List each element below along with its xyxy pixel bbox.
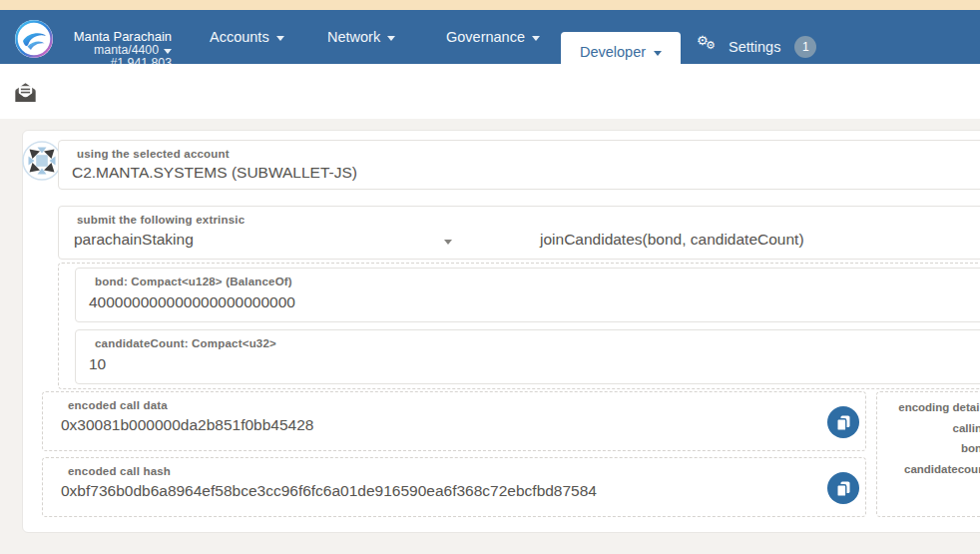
encoded-call-hash-label: encoded call hash (68, 465, 171, 477)
nav-item-label: Governance (446, 29, 525, 45)
encoding-details-panel: encoding details calling bond candidatec… (876, 391, 980, 517)
extrinsics-envelope-icon (14, 81, 37, 104)
encoded-call-data-output: encoded call data 0x30081b000000da2b851f… (42, 391, 866, 451)
param-bond-label: bond: Compact<u128> (BalanceOf) (95, 276, 292, 287)
chevron-down-icon (387, 36, 395, 41)
settings-count-badge: 1 (794, 36, 816, 58)
encoding-details-row: calling (877, 418, 980, 439)
account-identicon (22, 141, 62, 181)
pallet-select[interactable]: parachainStaking (59, 207, 482, 261)
nav-item-label: Network (327, 29, 380, 45)
manta-logo-icon[interactable] (15, 20, 53, 58)
method-select[interactable]: joinCandidates(bond, candidateCount) (482, 207, 980, 261)
param-candidate-count-input[interactable]: candidateCount: Compact<u32> 10 (75, 329, 980, 384)
param-candidate-count-label: candidateCount: Compact<u32> (95, 337, 276, 349)
settings-label: Settings (729, 39, 780, 55)
method-select-value: joinCandidates(bond, candidateCount) (540, 231, 804, 249)
nav-item-label: Developer (580, 44, 646, 60)
encoding-details-labels: encoding details calling bond candidatec… (877, 397, 980, 479)
tab-bar: Extrinsics Submission Decode (0, 64, 980, 119)
encoded-call-data-label: encoded call data (68, 399, 168, 411)
encoded-call-data-value: 0x30081b000000da2b851f0bb45428 (61, 416, 313, 434)
account-select-value: C2.MANTA.SYSTEMS (SUBWALLET-JS) (72, 164, 357, 182)
encoded-call-hash-output: encoded call hash 0xbf736b0db6a8964ef58b… (42, 457, 866, 517)
chevron-down-icon (276, 36, 284, 41)
pallet-select-value: parachainStaking (74, 231, 194, 249)
navbar: Manta Parachain manta/4400 #1,941,803 Ac… (0, 10, 980, 64)
extrinsic-select-row: submit the following extrinsic parachain… (58, 206, 980, 260)
account-select-label: using the selected account (77, 148, 230, 160)
copy-icon (835, 480, 851, 497)
nav-item-governance[interactable]: Governance (446, 10, 540, 64)
copy-call-data-button[interactable] (827, 406, 859, 438)
chevron-down-icon (444, 240, 452, 245)
encoding-details-row: candidatecount (877, 459, 980, 480)
chain-name: Manta Parachain (58, 30, 172, 44)
nav-item-network[interactable]: Network (327, 10, 395, 64)
param-bond-input[interactable]: bond: Compact<u128> (BalanceOf) 40000000… (75, 268, 980, 322)
copy-call-hash-button[interactable] (827, 472, 859, 504)
nav-item-label: Accounts (210, 29, 269, 45)
gear-icon: ⚙⚙ (699, 36, 721, 58)
param-candidate-count-value: 10 (89, 355, 106, 373)
params-container: bond: Compact<u128> (BalanceOf) 40000000… (58, 263, 980, 389)
top-strip (0, 0, 980, 10)
encoding-details-title: encoding details (877, 397, 980, 418)
encoding-details-row: bond (877, 438, 980, 459)
chevron-down-icon (164, 49, 172, 54)
encoded-call-hash-value: 0xbf736b0db6a8964ef58bce3cc96f6fc6a01de9… (61, 482, 597, 500)
app-root: { "colors": { "navbar_blue": "#36699e", … (0, 0, 980, 554)
copy-icon (835, 414, 851, 431)
param-bond-value: 400000000000000000000000 (89, 293, 295, 311)
nav-item-accounts[interactable]: Accounts (210, 10, 284, 64)
account-select[interactable]: using the selected account C2.MANTA.SYST… (58, 140, 980, 190)
chevron-down-icon (532, 36, 540, 41)
chevron-down-icon (654, 51, 662, 56)
